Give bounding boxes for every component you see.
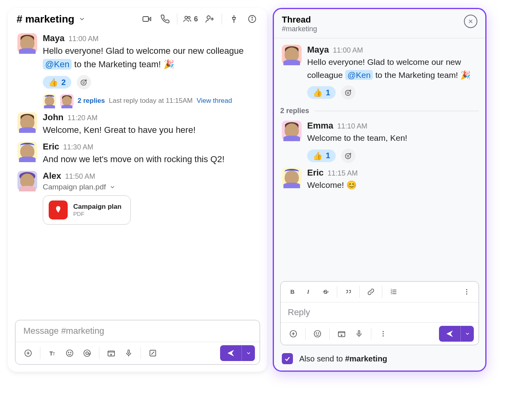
message-author[interactable]: Maya bbox=[43, 33, 65, 43]
reaction-pill[interactable]: 👍 1 bbox=[307, 149, 336, 162]
svg-point-36 bbox=[348, 92, 349, 93]
send-options-button[interactable] bbox=[241, 345, 255, 361]
add-attachment-button[interactable] bbox=[20, 345, 36, 361]
also-send-row[interactable]: Also send to #marketing bbox=[274, 348, 485, 371]
avatar[interactable] bbox=[17, 142, 37, 161]
svg-point-23 bbox=[70, 352, 71, 352]
message-author[interactable]: Alex bbox=[43, 171, 61, 181]
message-author[interactable]: Maya bbox=[307, 45, 329, 55]
mention[interactable]: @Ken bbox=[345, 70, 373, 80]
also-send-checkbox[interactable] bbox=[282, 353, 293, 364]
svg-point-3 bbox=[188, 17, 190, 19]
view-thread-link[interactable]: View thread bbox=[197, 97, 232, 105]
video-record-button[interactable] bbox=[334, 326, 350, 342]
mention[interactable]: @Ken bbox=[43, 59, 72, 70]
audio-record-button[interactable] bbox=[121, 345, 137, 361]
message-author[interactable]: John bbox=[43, 112, 64, 123]
more-actions-button[interactable] bbox=[375, 326, 391, 342]
svg-point-2 bbox=[185, 16, 187, 19]
more-format-button[interactable] bbox=[459, 284, 475, 300]
avatar[interactable] bbox=[17, 171, 37, 191]
send-reply-options-button[interactable] bbox=[460, 326, 474, 342]
reaction-count: 1 bbox=[326, 88, 330, 97]
file-type: PDF bbox=[73, 211, 122, 217]
format-toolbar: B I S 123 bbox=[281, 282, 479, 303]
add-reaction-button[interactable] bbox=[341, 149, 355, 163]
send-button[interactable] bbox=[220, 345, 241, 361]
svg-rect-26 bbox=[108, 351, 115, 356]
reaction-pill[interactable]: 👍 1 bbox=[307, 86, 336, 99]
emoji-button[interactable] bbox=[310, 326, 325, 342]
avatar[interactable] bbox=[17, 33, 37, 53]
add-member-button[interactable] bbox=[203, 13, 216, 25]
strikethrough-button[interactable]: S bbox=[318, 284, 334, 300]
channel-actions: 6 bbox=[141, 13, 258, 25]
svg-point-69 bbox=[383, 335, 384, 337]
svg-point-10 bbox=[252, 17, 253, 18]
thread-reply: Emma 11:10 AM Welcome to the team, Ken! … bbox=[279, 118, 480, 165]
message-text: Welcome! 😊 bbox=[307, 179, 477, 192]
add-reaction-button[interactable] bbox=[341, 85, 355, 100]
video-record-button[interactable] bbox=[103, 345, 119, 361]
composer-toolbar: TT bbox=[15, 342, 260, 364]
svg-point-11 bbox=[81, 80, 86, 85]
thumbs-up-icon: 👍 bbox=[48, 78, 58, 87]
reaction-pill[interactable]: 👍 2 bbox=[43, 76, 71, 89]
svg-point-39 bbox=[346, 153, 351, 159]
members-button[interactable]: 6 bbox=[183, 15, 198, 23]
link-button[interactable] bbox=[363, 284, 379, 300]
composer-placeholder: Message #marketing bbox=[23, 326, 104, 336]
emoji-button[interactable] bbox=[62, 345, 78, 361]
thumbs-up-icon: 👍 bbox=[313, 151, 323, 161]
svg-rect-65 bbox=[358, 331, 360, 334]
italic-button[interactable]: I bbox=[301, 284, 317, 300]
shortcut-button[interactable] bbox=[145, 345, 161, 361]
audio-record-button[interactable] bbox=[351, 326, 367, 342]
reply-input[interactable]: Reply bbox=[281, 303, 479, 323]
message-author[interactable]: Eric bbox=[307, 168, 324, 178]
thread-subtitle: #marketing bbox=[282, 25, 317, 33]
list-button[interactable]: 123 bbox=[386, 284, 401, 300]
attachment-toggle[interactable]: Campaign plan.pdf bbox=[43, 183, 260, 191]
thread-root-message: Maya 11:00 AM Hello everyone! Glad to we… bbox=[279, 42, 480, 102]
message-text: Hello everyone! Glad to welcome our new … bbox=[43, 44, 260, 71]
chevron-down-icon bbox=[78, 15, 86, 23]
add-reaction-button[interactable] bbox=[77, 75, 91, 89]
reaction-count: 2 bbox=[61, 78, 66, 87]
quote-button[interactable] bbox=[340, 284, 356, 300]
audio-call-button[interactable] bbox=[159, 13, 171, 25]
message: Eric 11:30 AM And now we let's move on w… bbox=[15, 139, 262, 168]
avatar[interactable] bbox=[282, 168, 302, 187]
svg-point-60 bbox=[314, 331, 321, 337]
svg-point-55 bbox=[466, 291, 467, 293]
attachment-name: Campaign plan.pdf bbox=[43, 183, 106, 191]
message-text: Welcome, Ken! Great to have you here! bbox=[43, 123, 260, 137]
mention-button[interactable] bbox=[79, 345, 95, 361]
svg-rect-0 bbox=[143, 17, 148, 21]
message-list: Maya 11:00 AM Hello everyone! Glad to we… bbox=[8, 31, 267, 318]
channel-title[interactable]: # marketing bbox=[17, 13, 86, 25]
message-author[interactable]: Emma bbox=[307, 121, 333, 131]
video-call-button[interactable] bbox=[141, 13, 153, 25]
add-attachment-button[interactable] bbox=[285, 326, 301, 342]
composer-input[interactable]: Message #marketing bbox=[15, 320, 260, 342]
channel-header: # marketing 6 bbox=[8, 8, 267, 31]
file-attachment[interactable]: Campaign plan PDF bbox=[43, 195, 131, 225]
avatar[interactable] bbox=[17, 112, 37, 132]
message-text: Hello everyone! Glad to welcome our new … bbox=[307, 56, 477, 81]
thread-messages: Maya 11:00 AM Hello everyone! Glad to we… bbox=[274, 38, 485, 277]
avatar[interactable] bbox=[282, 45, 302, 64]
replies-divider: 2 replies bbox=[280, 107, 479, 115]
message-time: 11:30 AM bbox=[63, 143, 93, 151]
channel-info-button[interactable] bbox=[246, 13, 258, 25]
message-author[interactable]: Eric bbox=[43, 142, 59, 152]
close-thread-button[interactable] bbox=[464, 15, 477, 28]
reply-placeholder: Reply bbox=[288, 307, 310, 317]
avatar[interactable] bbox=[282, 121, 302, 140]
thread-summary[interactable]: 2 replies Last reply today at 11:15AM Vi… bbox=[43, 94, 260, 108]
formatting-button[interactable]: TT bbox=[44, 345, 60, 361]
send-reply-button[interactable] bbox=[439, 326, 460, 342]
thread-reply: Eric 11:15 AM Welcome! 😊 bbox=[279, 165, 480, 194]
pinned-button[interactable] bbox=[228, 13, 240, 25]
bold-button[interactable]: B bbox=[285, 284, 300, 300]
